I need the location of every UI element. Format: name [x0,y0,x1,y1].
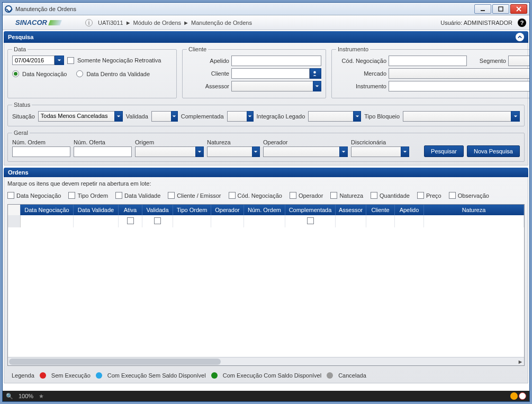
cliente-input[interactable] [231,68,310,79]
info-icon[interactable]: i [85,19,93,26]
svg-rect-0 [481,10,485,11]
status-dot-warning-icon[interactable] [510,392,518,400]
scroll-thumb[interactable] [9,359,221,365]
integracao-dropdown-button[interactable] [353,111,361,122]
mercado-select[interactable] [389,68,529,79]
grid-corner[interactable] [8,205,21,215]
chk-operador[interactable] [290,192,296,199]
cod-negociacao-input[interactable] [389,56,467,66]
filter-ativa-checkbox[interactable] [127,217,134,224]
operador-dropdown-button[interactable] [339,146,348,157]
close-button[interactable] [510,4,527,14]
apelido-input[interactable] [231,56,321,66]
breadcrumb: i UATi3011 ► Módulo de Ordens ► Manutenç… [85,19,440,26]
pesquisar-button[interactable]: Pesquisar [424,145,464,157]
chk-data-negociacao[interactable] [7,192,14,199]
origem-select[interactable] [135,146,195,157]
date-dropdown-button[interactable] [55,56,64,65]
window-title: Manutenção de Ordens [15,6,76,12]
geral-fieldset: Geral Núm. Ordem Núm. Oferta Origem Natu… [7,130,525,162]
situacao-select[interactable]: Todas Menos Canceladas [38,111,114,122]
titlebar[interactable]: Manutenção de Ordens [3,3,529,15]
tipo-bloqueio-dropdown-button[interactable] [511,111,520,122]
discricionaria-select[interactable] [351,146,401,157]
col-ativa[interactable]: Ativa [119,205,142,215]
repeat-caption: Marque os itens que devem repetir na abe… [7,180,525,187]
ordens-header: Ordens [4,168,528,177]
cliente-lookup-button[interactable] [310,68,321,79]
collapse-pesquisa-button[interactable] [516,33,524,41]
integracao-select[interactable] [308,111,353,122]
zoom-value: 100% [19,393,33,399]
col-data-validade[interactable]: Data Validade [74,205,119,215]
col-tipo-ordem[interactable]: Tipo Ordem [173,205,211,215]
help-icon[interactable]: ? [518,19,526,27]
nova-pesquisa-button[interactable]: Nova Pesquisa [467,145,520,157]
col-validada[interactable]: Validada [142,205,173,215]
segmento-select[interactable] [508,56,529,66]
col-data-negociacao[interactable]: Data Negociação [21,205,74,215]
legend-dot-sem-execucao [40,372,46,379]
situacao-dropdown-button[interactable] [114,111,123,122]
col-operador[interactable]: Operador [211,205,244,215]
assessor-select[interactable] [231,81,313,91]
natureza-dropdown-button[interactable] [252,146,260,157]
minimize-button[interactable] [474,4,491,14]
natureza-select[interactable] [207,146,252,157]
operador-select[interactable] [263,146,339,157]
col-natureza[interactable]: Natureza [424,205,524,215]
legend-dot-sem-saldo [96,372,102,379]
chk-natureza[interactable] [330,192,337,199]
origem-dropdown-button[interactable] [195,146,204,157]
complementada-select[interactable] [227,111,247,122]
svg-rect-1 [499,7,503,11]
col-complementada[interactable]: Complementada [285,205,336,215]
num-oferta-input[interactable] [74,146,132,157]
ordens-panel: Ordens Marque os itens que devem repetir… [4,168,528,383]
zoom-icon[interactable]: 🔍 [6,393,13,400]
filter-validada-checkbox[interactable] [154,217,161,224]
chk-cod-negociacao[interactable] [229,192,236,199]
cliente-fieldset: Cliente Apelido Cliente [182,46,326,98]
grid-horizontal-scrollbar[interactable]: ◄ ► [8,357,524,365]
col-apelido[interactable]: Apelido [395,205,424,215]
instrumento-input[interactable] [389,81,529,91]
col-cliente[interactable]: Cliente [366,205,395,215]
date-input[interactable]: 07/04/2016 [12,56,55,65]
orders-grid[interactable]: Data Negociação Data Validade Ativa Vali… [7,204,525,366]
brand-icon [6,19,13,26]
app-icon [5,5,12,13]
scroll-right-arrow-icon[interactable]: ► [517,357,524,366]
complementada-dropdown-button[interactable] [247,111,254,122]
validada-select[interactable] [151,111,171,122]
favorite-icon[interactable]: ★ [39,393,44,400]
repeat-checkboxes: Data Negociação Tipo Ordem Data Validade… [7,190,525,201]
chk-data-validade[interactable] [115,192,122,199]
status-dot-more-icon[interactable] [519,392,526,400]
pesquisa-header: Pesquisa [4,31,528,43]
chk-cliente-emissor[interactable] [168,192,175,199]
filter-complementada-checkbox[interactable] [307,217,314,224]
pesquisa-panel: Pesquisa Data 07/04/2016 Som [4,31,528,166]
somente-retroativa-checkbox[interactable] [67,57,74,64]
validada-dropdown-button[interactable] [171,111,178,122]
col-num-ordem[interactable]: Núm. Ordem [244,205,285,215]
maximize-button[interactable] [492,4,509,14]
discricionaria-dropdown-button[interactable] [401,146,409,157]
grid-header: Data Negociação Data Validade Ativa Vali… [8,205,524,215]
brand-swoosh-icon [48,20,62,25]
radio-data-negociacao[interactable] [12,70,19,77]
data-fieldset: Data 07/04/2016 Somente Negociação Retro… [7,46,177,98]
radio-data-validade[interactable] [76,70,83,77]
grid-filter-row [8,215,524,227]
chk-observacao[interactable] [449,192,456,199]
tipo-bloqueio-select[interactable] [403,111,511,122]
col-assessor[interactable]: Assessor [336,205,366,215]
num-ordem-input[interactable] [12,146,70,157]
status-bar: 🔍 100% ★ [3,391,529,401]
chk-quantidade[interactable] [371,192,377,199]
chk-preco[interactable] [417,192,424,199]
assessor-dropdown-button[interactable] [313,81,321,91]
app-window: Manutenção de Ordens SINACOR i UATi3011 … [2,2,530,402]
chk-tipo-ordem[interactable] [68,192,75,199]
